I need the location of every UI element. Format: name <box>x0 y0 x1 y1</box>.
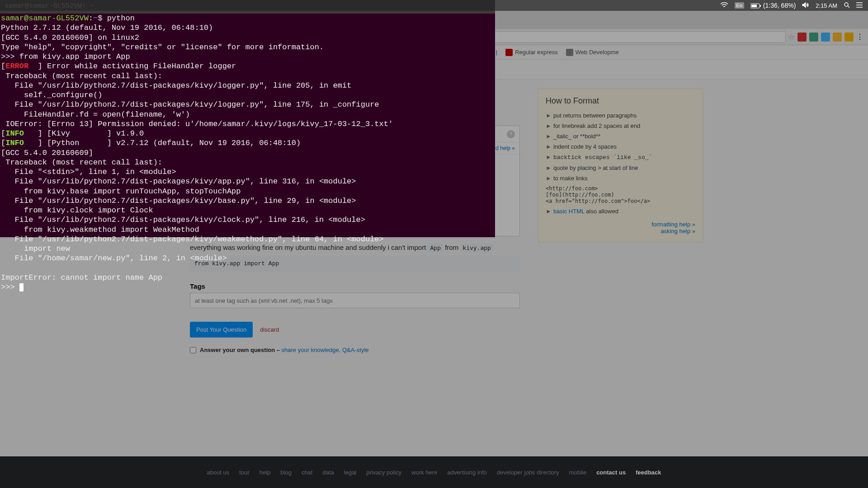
footer-link[interactable]: tour <box>239 469 249 476</box>
output-line: ] [Python ] v2.7.12 (default, Nov 19 201… <box>24 139 305 147</box>
favicon-icon <box>566 49 573 56</box>
command: python <box>107 14 135 23</box>
footer-link[interactable]: advertising info <box>447 469 486 476</box>
extension-icon[interactable] <box>809 33 818 42</box>
footer-link[interactable]: mobile <box>569 469 586 476</box>
format-item: quote by placing > at start of line <box>553 164 638 171</box>
footer-link[interactable]: privacy policy <box>366 469 401 476</box>
clock: 2:15 AM <box>816 2 837 9</box>
output-line: >>> from kivy.app import App <box>1 52 130 61</box>
output-line: File "/usr/lib/python2.7/dist-packages/k… <box>1 81 351 90</box>
format-item: _italic_ or **bold** <box>553 133 600 140</box>
output-line: ] Error while activating FileHandler log… <box>28 62 236 70</box>
discard-link[interactable]: discard <box>260 326 279 333</box>
extension-icon[interactable] <box>833 33 842 42</box>
output-line: File "/usr/lib/python2.7/dist-packages/k… <box>1 177 356 186</box>
battery-text: (1:36, 68%) <box>763 2 796 9</box>
footer-link[interactable]: help <box>259 469 271 476</box>
footer-link[interactable]: data <box>322 469 334 476</box>
answer-own-checkbox[interactable] <box>190 347 196 353</box>
language-indicator[interactable]: En <box>735 2 744 9</box>
favicon-icon <box>505 49 513 56</box>
extension-icon[interactable] <box>797 33 807 42</box>
tags-input[interactable] <box>190 293 520 308</box>
output-line: import new <box>1 244 70 253</box>
format-item: backtick escapes `like _so_` <box>553 154 652 161</box>
output-line: [GCC 5.4.0 20160609] on linux2 <box>1 33 139 42</box>
output-line: from kivy.weakmethod import WeakMethod <box>1 225 199 234</box>
output-line: File "/usr/lib/python2.7/dist-packages/k… <box>1 235 384 244</box>
output-line: File "<stdin>", line 1, in <module> <box>1 168 176 176</box>
bookmark-star-icon[interactable]: ☆ <box>788 33 795 41</box>
format-item: put returns between paragraphs <box>553 112 637 119</box>
basic-html-link[interactable]: basic HTML <box>553 208 585 215</box>
output-line: File "/usr/lib/python2.7/dist-packages/k… <box>1 100 379 109</box>
bookmark-item[interactable]: Web Developme <box>566 49 619 56</box>
output-line: File "/home/samar/new.py", line 2, in <m… <box>1 254 227 263</box>
menu-icon[interactable]: ⋮ <box>856 33 863 41</box>
post-row: Post Your Question discard <box>190 322 520 338</box>
footer-link[interactable]: chat <box>302 469 313 476</box>
sidebar: How to Format ►put returns between parag… <box>538 89 703 353</box>
menu-icon[interactable] <box>856 2 863 9</box>
format-item: to make links <box>553 175 588 182</box>
post-question-button[interactable]: Post Your Question <box>190 322 253 338</box>
output-line: ] [Kivy ] v1.9.0 <box>24 129 144 138</box>
editor-help-icon[interactable]: ? <box>507 130 515 138</box>
footer: about us tour help blog chat data legal … <box>0 456 868 488</box>
format-item: indent code by 4 spaces <box>553 143 617 150</box>
footer-link[interactable]: work here <box>411 469 437 476</box>
output-line: Python 2.7.12 (default, Nov 19 2016, 06:… <box>1 23 217 32</box>
svg-rect-2 <box>760 5 761 7</box>
output-line: Traceback (most recent call last): <box>1 158 162 167</box>
prompt-user: samar@samar-GL552VW <box>1 14 89 23</box>
terminal-window[interactable]: samar@samar-GL552VW: ~ samar@samar-GL552… <box>0 0 495 237</box>
cursor <box>19 283 24 291</box>
footer-link[interactable]: developer jobs directory <box>497 469 559 476</box>
battery-indicator: (1:36, 68%) <box>750 2 796 9</box>
output-line: self._configure() <box>1 91 102 99</box>
bookmark-label: Web Developme <box>576 49 619 56</box>
footer-link[interactable]: contact us <box>596 469 626 476</box>
error-label: ERROR <box>5 62 28 70</box>
repl-prompt: >>> <box>1 283 19 291</box>
prompt-path: ~ <box>93 14 98 23</box>
bookmark-label: Regular express <box>515 49 558 56</box>
footer-link[interactable]: about us <box>207 469 229 476</box>
format-title: How to Format <box>546 96 695 106</box>
format-links-example: <http://foo.com> [foo](http://foo.com) <… <box>546 185 695 204</box>
asking-help-link[interactable]: asking help » <box>660 228 695 235</box>
output-line: IOError: [Errno 13] Permission denied: u… <box>1 120 393 128</box>
spotlight-icon[interactable] <box>844 2 850 9</box>
answer-own-link[interactable]: share your knowledge, Q&A-style <box>282 347 369 353</box>
terminal-body[interactable]: samar@samar-GL552VW:~$ python Python 2.7… <box>0 14 495 292</box>
info-label: INFO <box>5 139 24 147</box>
how-to-format-box: How to Format ►put returns between parag… <box>538 89 703 242</box>
volume-icon[interactable] <box>802 2 809 9</box>
output-line: File "/usr/lib/python2.7/dist-packages/k… <box>1 197 356 205</box>
extension-icon[interactable] <box>821 33 830 42</box>
formatting-help-link[interactable]: formatting help » <box>651 221 695 228</box>
output-line: Type "help", "copyright", "credits" or "… <box>1 43 324 52</box>
format-text: also allowed <box>585 208 618 215</box>
svg-rect-1 <box>751 5 757 7</box>
output-line: from kivy.base import runTouchApp, stopT… <box>1 187 241 196</box>
format-item: for linebreak add 2 spaces at end <box>553 122 640 129</box>
footer-link[interactable]: legal <box>344 469 356 476</box>
footer-link[interactable]: feedback <box>636 469 661 476</box>
answer-own-row: Answer your own question – share your kn… <box>190 347 520 353</box>
footer-link[interactable]: blog <box>280 469 292 476</box>
answer-own-label: Answer your own question – <box>200 347 282 353</box>
output-line: File "/usr/lib/python2.7/dist-packages/k… <box>1 216 365 224</box>
output-line: FileHandler.fd = open(filename, 'w') <box>1 110 190 119</box>
output-line: from kivy.clock import Clock <box>1 206 153 215</box>
output-line: [GCC 5.4.0 20160609] <box>1 149 93 157</box>
extension-icon[interactable] <box>844 33 854 42</box>
output-line: ImportError: cannot import name App <box>1 273 162 282</box>
svg-point-3 <box>844 3 848 6</box>
wifi-icon <box>720 2 728 9</box>
output-line: Traceback (most recent call last): <box>1 72 162 80</box>
info-label: INFO <box>5 129 24 138</box>
bookmark-item[interactable]: Regular express <box>505 49 558 56</box>
svg-line-4 <box>848 6 849 8</box>
